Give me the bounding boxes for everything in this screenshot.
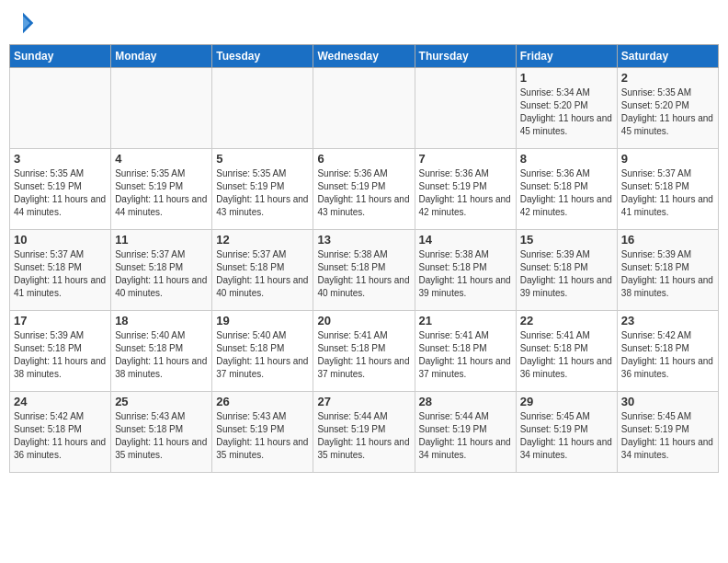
calendar-cell: 24 Sunrise: 5:42 AM Sunset: 5:18 PM Dayl… <box>10 392 111 473</box>
calendar-cell: 29 Sunrise: 5:45 AM Sunset: 5:19 PM Dayl… <box>516 392 617 473</box>
day-info: Sunrise: 5:35 AM Sunset: 5:19 PM Dayligh… <box>14 167 107 219</box>
day-number: 25 <box>115 395 208 408</box>
calendar-cell: 26 Sunrise: 5:43 AM Sunset: 5:19 PM Dayl… <box>212 392 313 473</box>
column-header-wednesday: Wednesday <box>313 45 415 68</box>
day-info: Sunrise: 5:44 AM Sunset: 5:19 PM Dayligh… <box>317 410 410 462</box>
day-info: Sunrise: 5:36 AM Sunset: 5:18 PM Dayligh… <box>520 167 613 219</box>
calendar-week-2: 3 Sunrise: 5:35 AM Sunset: 5:19 PM Dayli… <box>10 149 719 230</box>
day-number: 7 <box>419 152 512 166</box>
column-header-saturday: Saturday <box>617 45 718 68</box>
day-info: Sunrise: 5:37 AM Sunset: 5:18 PM Dayligh… <box>216 248 309 300</box>
day-number: 5 <box>216 152 309 166</box>
day-info: Sunrise: 5:36 AM Sunset: 5:19 PM Dayligh… <box>419 167 512 219</box>
day-info: Sunrise: 5:39 AM Sunset: 5:18 PM Dayligh… <box>14 329 107 381</box>
calendar-cell: 27 Sunrise: 5:44 AM Sunset: 5:19 PM Dayl… <box>313 392 415 473</box>
day-info: Sunrise: 5:39 AM Sunset: 5:18 PM Dayligh… <box>621 248 714 300</box>
day-number: 6 <box>317 152 410 166</box>
calendar-cell: 17 Sunrise: 5:39 AM Sunset: 5:18 PM Dayl… <box>10 311 111 392</box>
calendar-cell: 15 Sunrise: 5:39 AM Sunset: 5:18 PM Dayl… <box>516 230 617 311</box>
column-header-monday: Monday <box>111 45 212 68</box>
calendar-week-5: 24 Sunrise: 5:42 AM Sunset: 5:18 PM Dayl… <box>10 392 719 473</box>
day-info: Sunrise: 5:38 AM Sunset: 5:18 PM Dayligh… <box>419 248 512 300</box>
calendar-cell: 20 Sunrise: 5:41 AM Sunset: 5:18 PM Dayl… <box>313 311 415 392</box>
calendar-cell: 22 Sunrise: 5:41 AM Sunset: 5:18 PM Dayl… <box>516 311 617 392</box>
calendar-cell: 30 Sunrise: 5:45 AM Sunset: 5:19 PM Dayl… <box>617 392 718 473</box>
column-header-sunday: Sunday <box>10 45 111 68</box>
day-number: 28 <box>419 395 512 408</box>
day-info: Sunrise: 5:40 AM Sunset: 5:18 PM Dayligh… <box>216 329 309 381</box>
day-number: 17 <box>14 314 107 327</box>
day-info: Sunrise: 5:42 AM Sunset: 5:18 PM Dayligh… <box>14 410 107 462</box>
day-info: Sunrise: 5:35 AM Sunset: 5:19 PM Dayligh… <box>115 167 208 219</box>
day-number: 27 <box>317 395 410 408</box>
calendar-cell: 19 Sunrise: 5:40 AM Sunset: 5:18 PM Dayl… <box>212 311 313 392</box>
calendar-table: SundayMondayTuesdayWednesdayThursdayFrid… <box>9 44 719 473</box>
calendar-cell: 3 Sunrise: 5:35 AM Sunset: 5:19 PM Dayli… <box>10 149 111 230</box>
calendar-cell: 1 Sunrise: 5:34 AM Sunset: 5:20 PM Dayli… <box>516 68 617 149</box>
day-info: Sunrise: 5:35 AM Sunset: 5:19 PM Dayligh… <box>216 167 309 219</box>
column-header-thursday: Thursday <box>415 45 516 68</box>
calendar-cell <box>415 68 516 149</box>
day-number: 10 <box>14 233 107 247</box>
day-info: Sunrise: 5:37 AM Sunset: 5:18 PM Dayligh… <box>621 167 714 219</box>
day-number: 21 <box>419 314 512 327</box>
day-info: Sunrise: 5:37 AM Sunset: 5:18 PM Dayligh… <box>115 248 208 300</box>
day-info: Sunrise: 5:41 AM Sunset: 5:18 PM Dayligh… <box>317 329 410 381</box>
day-number: 22 <box>520 314 613 327</box>
day-info: Sunrise: 5:45 AM Sunset: 5:19 PM Dayligh… <box>621 410 714 462</box>
day-number: 11 <box>115 233 208 247</box>
day-number: 15 <box>520 233 613 247</box>
calendar-cell <box>212 68 313 149</box>
calendar-cell: 21 Sunrise: 5:41 AM Sunset: 5:18 PM Dayl… <box>415 311 516 392</box>
day-number: 3 <box>14 152 107 166</box>
calendar-cell: 25 Sunrise: 5:43 AM Sunset: 5:18 PM Dayl… <box>111 392 212 473</box>
day-number: 9 <box>621 152 714 166</box>
day-info: Sunrise: 5:37 AM Sunset: 5:18 PM Dayligh… <box>14 248 107 300</box>
calendar-cell: 28 Sunrise: 5:44 AM Sunset: 5:19 PM Dayl… <box>415 392 516 473</box>
column-header-friday: Friday <box>516 45 617 68</box>
day-number: 8 <box>520 152 613 166</box>
day-info: Sunrise: 5:41 AM Sunset: 5:18 PM Dayligh… <box>419 329 512 381</box>
calendar-cell: 16 Sunrise: 5:39 AM Sunset: 5:18 PM Dayl… <box>617 230 718 311</box>
calendar-cell <box>313 68 415 149</box>
calendar-cell: 23 Sunrise: 5:42 AM Sunset: 5:18 PM Dayl… <box>617 311 718 392</box>
column-header-tuesday: Tuesday <box>212 45 313 68</box>
day-number: 16 <box>621 233 714 247</box>
day-number: 24 <box>14 395 107 408</box>
calendar-cell: 12 Sunrise: 5:37 AM Sunset: 5:18 PM Dayl… <box>212 230 313 311</box>
calendar-cell: 11 Sunrise: 5:37 AM Sunset: 5:18 PM Dayl… <box>111 230 212 311</box>
day-number: 20 <box>317 314 410 327</box>
day-number: 26 <box>216 395 309 408</box>
day-info: Sunrise: 5:38 AM Sunset: 5:18 PM Dayligh… <box>317 248 410 300</box>
page-header <box>9 9 719 37</box>
day-info: Sunrise: 5:43 AM Sunset: 5:19 PM Dayligh… <box>216 410 309 462</box>
logo-icon <box>9 9 37 37</box>
calendar-week-3: 10 Sunrise: 5:37 AM Sunset: 5:18 PM Dayl… <box>10 230 719 311</box>
day-number: 14 <box>419 233 512 247</box>
day-info: Sunrise: 5:45 AM Sunset: 5:19 PM Dayligh… <box>520 410 613 462</box>
calendar-header-row: SundayMondayTuesdayWednesdayThursdayFrid… <box>10 45 719 68</box>
calendar-cell: 8 Sunrise: 5:36 AM Sunset: 5:18 PM Dayli… <box>516 149 617 230</box>
day-info: Sunrise: 5:34 AM Sunset: 5:20 PM Dayligh… <box>520 86 613 138</box>
day-info: Sunrise: 5:44 AM Sunset: 5:19 PM Dayligh… <box>419 410 512 462</box>
day-info: Sunrise: 5:42 AM Sunset: 5:18 PM Dayligh… <box>621 329 714 381</box>
calendar-cell: 13 Sunrise: 5:38 AM Sunset: 5:18 PM Dayl… <box>313 230 415 311</box>
day-number: 12 <box>216 233 309 247</box>
day-info: Sunrise: 5:39 AM Sunset: 5:18 PM Dayligh… <box>520 248 613 300</box>
calendar-cell: 2 Sunrise: 5:35 AM Sunset: 5:20 PM Dayli… <box>617 68 718 149</box>
logo <box>9 9 40 37</box>
day-number: 13 <box>317 233 410 247</box>
day-info: Sunrise: 5:43 AM Sunset: 5:18 PM Dayligh… <box>115 410 208 462</box>
day-info: Sunrise: 5:35 AM Sunset: 5:20 PM Dayligh… <box>621 86 714 138</box>
calendar-cell: 6 Sunrise: 5:36 AM Sunset: 5:19 PM Dayli… <box>313 149 415 230</box>
calendar-cell: 4 Sunrise: 5:35 AM Sunset: 5:19 PM Dayli… <box>111 149 212 230</box>
calendar-week-1: 1 Sunrise: 5:34 AM Sunset: 5:20 PM Dayli… <box>10 68 719 149</box>
day-info: Sunrise: 5:40 AM Sunset: 5:18 PM Dayligh… <box>115 329 208 381</box>
calendar-cell <box>111 68 212 149</box>
day-number: 18 <box>115 314 208 327</box>
calendar-cell: 7 Sunrise: 5:36 AM Sunset: 5:19 PM Dayli… <box>415 149 516 230</box>
day-number: 23 <box>621 314 714 327</box>
calendar-week-4: 17 Sunrise: 5:39 AM Sunset: 5:18 PM Dayl… <box>10 311 719 392</box>
day-info: Sunrise: 5:36 AM Sunset: 5:19 PM Dayligh… <box>317 167 410 219</box>
day-number: 29 <box>520 395 613 408</box>
